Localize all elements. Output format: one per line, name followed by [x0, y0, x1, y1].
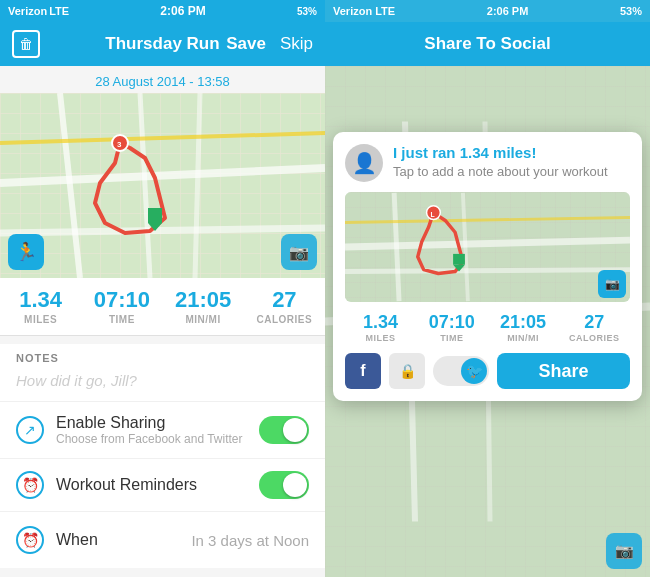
stats-bar-left: 1.34 MILES 07:10 TIME 21:05 MIN/MI 27 CA…: [0, 278, 325, 336]
facebook-button[interactable]: f: [345, 353, 381, 389]
carrier-signal-left: Verizon LTE: [8, 5, 69, 17]
reminders-text: Workout Reminders: [56, 476, 247, 494]
sharing-glyph: ↗: [24, 422, 36, 438]
nav-bar-left: 🗑 Thursday Run Save Skip: [0, 22, 325, 66]
share-popup: 👤 I just ran 1.34 miles! Tap to add a no…: [333, 132, 642, 401]
popup-main-text: I just ran 1.34 miles!: [393, 144, 630, 162]
status-time-left: 2:06 PM: [160, 4, 205, 18]
popup-stat-time: 07:10 TIME: [416, 312, 487, 343]
map-right: 📷 👤 I just ran 1.34 miles! Tap to add a …: [325, 66, 650, 577]
clock-glyph: ⏰: [22, 532, 39, 548]
status-bar-left: Verizon LTE 2:06 PM 53%: [0, 0, 325, 22]
svg-line-14: [345, 270, 630, 272]
lock-glyph: 🔒: [399, 363, 416, 379]
when-value: In 3 days at Noon: [191, 532, 309, 549]
status-bar-right: Verizon LTE 2:06 PM 53%: [325, 0, 650, 22]
lock-button[interactable]: 🔒: [389, 353, 425, 389]
sharing-toggle[interactable]: [259, 416, 309, 444]
facebook-label: f: [360, 362, 365, 380]
twitter-toggle-knob: 🐦: [461, 358, 487, 384]
stat-calories-left: 27 CALORIES: [244, 288, 325, 325]
popup-camera-glyph: 📷: [605, 277, 620, 291]
stat-calories-label-left: CALORIES: [257, 314, 313, 325]
carrier-name-right: Verizon: [333, 5, 372, 17]
nav-title-right: Share To Social: [424, 34, 550, 54]
reminders-title: Workout Reminders: [56, 476, 247, 494]
twitter-toggle[interactable]: 🐦: [433, 356, 489, 386]
popup-map-route-svg: L: [345, 192, 630, 302]
nav-title-left: Thursday Run: [105, 34, 219, 54]
popup-calories-label: CALORIES: [569, 333, 620, 343]
popup-pace-label: MIN/MI: [507, 333, 539, 343]
popup-stats: 1.34 MILES 07:10 TIME 21:05 MIN/MI 27 CA…: [345, 312, 630, 343]
battery-left: 53%: [297, 6, 317, 17]
popup-map: L 📷: [345, 192, 630, 302]
svg-rect-21: [453, 254, 465, 265]
popup-avatar: 👤: [345, 144, 383, 182]
svg-line-15: [394, 193, 399, 301]
left-screen: Verizon LTE 2:06 PM 53% 🗑 Thursday Run S…: [0, 0, 325, 577]
popup-camera-icon[interactable]: 📷: [598, 270, 626, 298]
svg-text:L: L: [431, 211, 435, 218]
stat-miles-value-left: 1.34: [19, 288, 62, 312]
map-background-left: [0, 93, 325, 278]
stat-time-left: 07:10 TIME: [81, 288, 162, 325]
skip-button[interactable]: Skip: [280, 34, 313, 54]
enable-sharing-row[interactable]: ↗ Enable Sharing Choose from Facebook an…: [0, 401, 325, 458]
stat-pace-label-left: MIN/MI: [186, 314, 221, 325]
network-type-left: LTE: [49, 5, 69, 17]
map-camera-icon-right[interactable]: 📷: [606, 533, 642, 569]
camera-glyph-right: 📷: [615, 542, 634, 560]
trash-icon[interactable]: 🗑: [12, 30, 40, 58]
date-label: 28 August 2014 - 13:58: [0, 66, 325, 93]
nav-actions-left: Save Skip: [226, 34, 313, 54]
trash-glyph: 🗑: [19, 36, 33, 52]
save-button[interactable]: Save: [226, 34, 266, 54]
notes-section: NOTES How did it go, Jill?: [0, 344, 325, 401]
popup-calories-value: 27: [584, 312, 604, 333]
reminders-icon: ⏰: [16, 471, 44, 499]
reminders-toggle[interactable]: [259, 471, 309, 499]
popup-stat-pace: 21:05 MIN/MI: [488, 312, 559, 343]
share-button[interactable]: Share: [497, 353, 630, 389]
popup-message[interactable]: I just ran 1.34 miles! Tap to add a note…: [393, 144, 630, 182]
popup-stat-miles: 1.34 MILES: [345, 312, 416, 343]
map-camera-icon-left[interactable]: 📷: [281, 234, 317, 270]
share-label: Share: [538, 361, 588, 382]
stat-time-value-left: 07:10: [94, 288, 150, 312]
carrier-name-left: Verizon: [8, 5, 47, 17]
twitter-glyph: 🐦: [466, 363, 483, 379]
map-person-icon[interactable]: 🏃: [8, 234, 44, 270]
workout-reminders-row[interactable]: ⏰ Workout Reminders: [0, 458, 325, 511]
stat-miles-label-left: MILES: [24, 314, 57, 325]
popup-miles-label: MILES: [366, 333, 396, 343]
person-glyph: 🏃: [15, 241, 37, 263]
stat-miles-left: 1.34 MILES: [0, 288, 81, 325]
sharing-icon: ↗: [16, 416, 44, 444]
popup-header: 👤 I just ran 1.34 miles! Tap to add a no…: [345, 144, 630, 182]
notes-header: NOTES: [0, 344, 325, 368]
alarm-glyph: ⏰: [22, 477, 39, 493]
network-type-right: LTE: [375, 5, 395, 17]
stat-calories-value-left: 27: [272, 288, 296, 312]
stat-time-label-left: TIME: [109, 314, 135, 325]
sharing-text: Enable Sharing Choose from Facebook and …: [56, 414, 247, 446]
when-icon: ⏰: [16, 526, 44, 554]
popup-sub-text: Tap to add a note about your workout: [393, 164, 630, 181]
status-icons-left: 53%: [297, 6, 317, 17]
when-row[interactable]: ⏰ When In 3 days at Noon: [0, 511, 325, 568]
map-left: 3 🏃 📷: [0, 93, 325, 278]
popup-actions: f 🔒 🐦 Share: [345, 353, 630, 389]
avatar-glyph: 👤: [352, 151, 377, 175]
notes-input[interactable]: How did it go, Jill?: [0, 368, 325, 401]
popup-pace-value: 21:05: [500, 312, 546, 333]
stat-pace-left: 21:05 MIN/MI: [163, 288, 244, 325]
sharing-title: Enable Sharing: [56, 414, 247, 432]
sharing-subtitle: Choose from Facebook and Twitter: [56, 432, 247, 446]
svg-line-16: [463, 193, 468, 301]
carrier-right: Verizon LTE: [333, 5, 395, 17]
right-screen: Verizon LTE 2:06 PM 53% Share To Social …: [325, 0, 650, 577]
popup-stat-calories: 27 CALORIES: [559, 312, 630, 343]
when-label: When: [56, 531, 98, 549]
stat-pace-value-left: 21:05: [175, 288, 231, 312]
